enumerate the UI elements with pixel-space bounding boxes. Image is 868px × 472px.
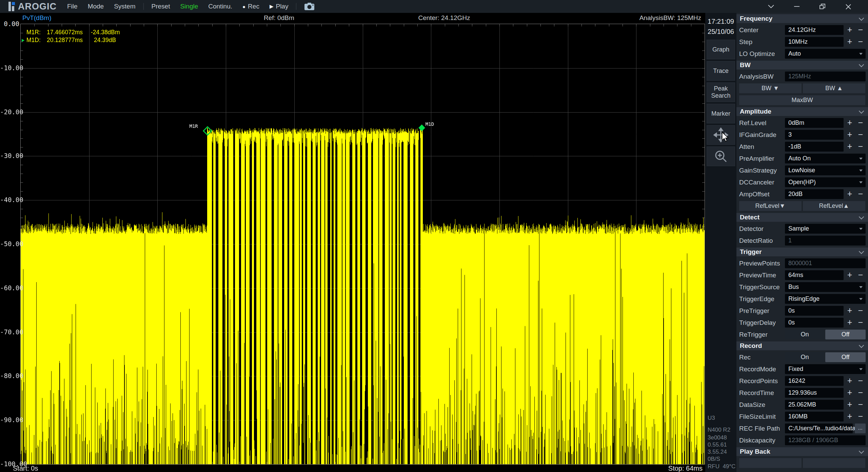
step-decrement-button[interactable]: − — [856, 37, 865, 47]
toolbar-zoom-in-icon-button[interactable] — [707, 146, 735, 166]
center-input[interactable]: 24.12GHz — [785, 25, 844, 35]
menu-item-system[interactable]: System — [109, 3, 140, 10]
triggersource-select[interactable]: Bus — [785, 282, 866, 292]
triggerdelay-input[interactable]: 0s — [785, 318, 844, 328]
triggerdelay-increment-button[interactable]: + — [846, 318, 854, 328]
datasize-increment-button[interactable]: + — [846, 400, 854, 410]
browse-button[interactable]: ... — [855, 424, 866, 433]
previewtime-increment-button[interactable]: + — [846, 270, 854, 280]
menu-item-play[interactable]: ▶Play — [264, 3, 294, 10]
ifgaingrade-input[interactable]: 3 — [785, 130, 844, 140]
recordpoints-increment-button[interactable]: + — [846, 376, 854, 386]
logo-text: AROGIC — [18, 1, 57, 12]
recordmode-select[interactable]: Fixed — [785, 364, 866, 374]
field-label-detectratio: DetectRatio — [739, 236, 773, 245]
section-header-detect[interactable]: Detect — [736, 213, 868, 222]
rec-toggle-on[interactable]: On — [785, 352, 825, 362]
bw-button[interactable]: BW ▼ — [739, 83, 802, 93]
lo-optimize-select[interactable]: Auto — [785, 49, 866, 59]
atten-input[interactable]: -1dB — [785, 142, 844, 152]
filesizelimit-increment-button[interactable]: + — [846, 412, 854, 421]
chevron-down-button[interactable] — [758, 0, 784, 13]
rec-toggle-off[interactable]: Off — [825, 352, 866, 362]
ampoffset-increment-button[interactable]: + — [846, 189, 854, 199]
toolbar-column: 17:21:09 25/10/06 GraphTracePeak SearchM… — [705, 13, 736, 472]
menu-item-continu[interactable]: Continu. — [203, 3, 237, 10]
recordpoints-decrement-button[interactable]: − — [856, 376, 865, 386]
toolbar-button-peak-search[interactable]: Peak Search — [707, 82, 735, 102]
detector-select[interactable]: Sample — [785, 224, 866, 234]
rec-file-path-input[interactable]: C:/Users/Te...tudio4/data — [785, 424, 853, 433]
toolbar-button-marker[interactable]: Marker — [707, 104, 735, 123]
section-header-trigger[interactable]: Trigger — [736, 248, 868, 256]
ifgaingrade-increment-button[interactable]: + — [846, 130, 854, 140]
restore-button[interactable] — [810, 0, 835, 13]
dccanceler-select[interactable]: Open(HP) — [785, 177, 866, 187]
ifgaingrade-decrement-button[interactable]: − — [856, 130, 865, 140]
menu-item-mode[interactable]: Mode — [83, 3, 109, 10]
minimize-button[interactable] — [784, 0, 810, 13]
preamplifier-select[interactable]: Auto On — [785, 154, 866, 163]
maxbw-button[interactable]: MaxBW — [739, 95, 865, 105]
button-button[interactable] — [803, 458, 865, 468]
section-header-record[interactable]: Record — [736, 341, 868, 350]
ampoffset-input[interactable]: 20dB — [785, 189, 844, 199]
button-button[interactable] — [739, 458, 802, 468]
step-increment-button[interactable]: + — [846, 37, 854, 47]
close-button[interactable] — [835, 0, 861, 13]
section-header-bw[interactable]: BW — [736, 61, 868, 70]
reflevel-button[interactable]: RefLevel▲ — [803, 201, 865, 211]
plot-frame[interactable] — [20, 24, 705, 465]
menu-item-screenshot[interactable] — [299, 2, 320, 11]
field-label-ifgaingrade: IFGainGrade — [739, 130, 776, 140]
atten-decrement-button[interactable]: − — [856, 142, 865, 152]
row-recordmode: RecordModeFixed — [736, 364, 868, 374]
pretrigger-increment-button[interactable]: + — [846, 306, 854, 316]
pretrigger-decrement-button[interactable]: − — [856, 306, 865, 316]
section-header-amplitude[interactable]: Amplitude — [736, 107, 868, 116]
row-preamplifier: PreAmplifierAuto On — [736, 154, 868, 163]
menu-item-preset[interactable]: Preset — [146, 3, 175, 10]
datasize-decrement-button[interactable]: − — [856, 400, 865, 410]
atten-increment-button[interactable]: + — [846, 142, 854, 152]
ampoffset-decrement-button[interactable]: − — [856, 189, 865, 199]
row-ref-level: Ref.Level0dBm+− — [736, 118, 868, 128]
toolbar-pan-icon-button[interactable] — [707, 125, 735, 145]
field-label-datasize: DataSize — [739, 400, 765, 410]
previewtime-decrement-button[interactable]: − — [856, 270, 865, 280]
datasize-input[interactable]: 25.062MB — [785, 400, 844, 410]
center-decrement-button[interactable]: − — [856, 25, 865, 35]
triggeredge-select[interactable]: RisingEdge — [785, 294, 866, 304]
recordtime-input[interactable]: 129.936us — [785, 388, 844, 398]
menu-item-rec[interactable]: ●Rec — [237, 3, 264, 10]
ref-level-increment-button[interactable]: + — [846, 118, 854, 128]
retrigger-toggle-on[interactable]: On — [785, 330, 825, 339]
retrigger-toggle-off[interactable]: Off — [825, 330, 866, 339]
bw-button[interactable]: BW ▲ — [803, 83, 865, 93]
triggerdelay-decrement-button[interactable]: − — [856, 318, 865, 328]
toolbar-button-trace[interactable]: Trace — [707, 61, 735, 81]
step-input[interactable]: 10MHz — [785, 37, 844, 47]
previewtime-input[interactable]: 64ms — [785, 270, 844, 280]
center-increment-button[interactable]: + — [846, 25, 854, 35]
recordtime-increment-button[interactable]: + — [846, 388, 854, 398]
menu-item-single[interactable]: Single — [175, 3, 203, 10]
row-maxbw: MaxBWMaxBW — [736, 95, 868, 105]
section-title: Amplitude — [740, 108, 771, 115]
pvt-trace-canvas[interactable] — [21, 24, 705, 464]
gainstrategy-select[interactable]: LowNoise — [785, 165, 866, 175]
ref-level-decrement-button[interactable]: − — [856, 118, 865, 128]
section-header-play-back[interactable]: Play Back — [736, 447, 868, 456]
filesizelimit-input[interactable]: 160MB — [785, 412, 844, 421]
toolbar-button-graph[interactable]: Graph — [707, 40, 735, 59]
section-header-frequency[interactable]: Frequency — [736, 14, 868, 23]
chevron-down-icon — [859, 62, 864, 67]
ref-level-input[interactable]: 0dBm — [785, 118, 844, 128]
reflevel-button[interactable]: RefLevel▼ — [739, 201, 802, 211]
recordpoints-input[interactable]: 16242 — [785, 376, 844, 386]
recordtime-decrement-button[interactable]: − — [856, 388, 865, 398]
menu-item-file[interactable]: File — [62, 3, 83, 10]
filesizelimit-decrement-button[interactable]: − — [856, 412, 865, 421]
close-icon — [845, 3, 852, 10]
pretrigger-input[interactable]: 0s — [785, 306, 844, 316]
